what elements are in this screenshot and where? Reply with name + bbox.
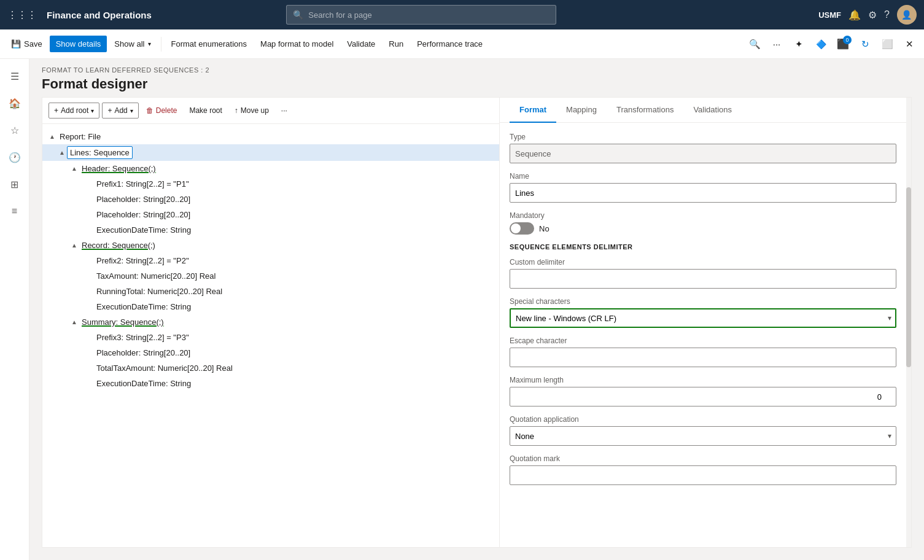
show-details-button[interactable]: Show details	[50, 36, 107, 52]
tree-label-runningtotal: RunningTotal: Numeric[20..20] Real	[94, 286, 225, 297]
save-button[interactable]: 💾 Save	[5, 36, 49, 52]
tree-toggle-lines[interactable]: ▲	[57, 148, 67, 158]
make-root-button[interactable]: Make root	[184, 103, 227, 118]
search-input[interactable]	[308, 10, 549, 20]
custom-delimiter-input[interactable]	[510, 269, 896, 289]
tree-label-summary: Summary: Sequence(;)	[79, 316, 166, 328]
format-enumerations-button[interactable]: Format enumerations	[165, 36, 254, 52]
tree-node-report[interactable]: ▲ Report: File	[42, 129, 499, 144]
tree-label-prefix2: Prefix2: String[2..2] = "P2"	[94, 255, 192, 266]
tree-node-lines[interactable]: ▲ Lines: Sequence	[42, 144, 499, 161]
tree-toggle-report[interactable]: ▲	[47, 132, 57, 142]
settings-cmd-icon[interactable]: ✦	[789, 34, 809, 54]
sidebar-clock-icon[interactable]: 🕐	[2, 145, 27, 169]
performance-trace-button[interactable]: Performance trace	[411, 36, 489, 52]
mandatory-toggle[interactable]	[510, 222, 534, 235]
tree-node-prefix2[interactable]: Prefix2: String[2..2] = "P2"	[42, 253, 499, 268]
chevron-down-icon: ▾	[130, 107, 133, 114]
tree-node-placeholder1[interactable]: Placeholder: String[20..20]	[42, 192, 499, 207]
escape-character-input[interactable]	[510, 348, 896, 367]
tab-transformations[interactable]: Transformations	[607, 98, 683, 123]
refresh-cmd-icon[interactable]: ↻	[855, 34, 875, 54]
custom-delimiter-group: Custom delimiter	[510, 258, 896, 289]
more-tree-button[interactable]: ···	[276, 103, 292, 118]
tree-label-lines: Lines: Sequence	[67, 146, 133, 159]
tree-toggle-record[interactable]: ▲	[69, 241, 79, 251]
quotation-application-group: Quotation application None ▾	[510, 415, 896, 446]
tree-toggle-summary[interactable]: ▲	[69, 317, 79, 327]
tree-toggle-header[interactable]: ▲	[69, 164, 79, 174]
tree-label-totaltax: TotalTaxAmount: Numeric[20..20] Real	[94, 362, 235, 374]
sidebar-star-icon[interactable]: ☆	[2, 118, 27, 142]
avatar[interactable]: 👤	[897, 5, 917, 25]
tree-label-record: Record: Sequence(;)	[79, 239, 158, 251]
tree-node-prefix1[interactable]: Prefix1: String[2..2] = "P1"	[42, 176, 499, 192]
sidebar-grid-icon[interactable]: ⊞	[2, 172, 27, 196]
run-button[interactable]: Run	[382, 36, 410, 52]
main-layout: ☰ 🏠 ☆ 🕐 ⊞ ≡ FORMAT TO LEARN DEFERRED SEQ…	[0, 59, 924, 560]
maximum-length-label: Maximum length	[510, 376, 896, 384]
tree-node-prefix3[interactable]: Prefix3: String[2..2] = "P3"	[42, 330, 499, 345]
tree-node-summary[interactable]: ▲ Summary: Sequence(;)	[42, 314, 499, 330]
delete-icon: 🗑	[146, 106, 153, 115]
delete-button[interactable]: 🗑 Delete	[141, 103, 182, 118]
separator	[161, 37, 161, 52]
tree-node-execution2[interactable]: ExecutionDateTime: String	[42, 299, 499, 314]
tab-validations[interactable]: Validations	[683, 98, 742, 123]
tree-label-header: Header: Sequence(;)	[79, 163, 158, 174]
more-cmd-icon[interactable]: ···	[767, 34, 786, 54]
maximum-length-input[interactable]	[510, 387, 896, 406]
sidebar-menu-icon[interactable]: ☰	[2, 64, 27, 88]
type-input[interactable]	[510, 144, 896, 163]
escape-character-group: Escape character	[510, 336, 896, 367]
tree-node-runningtotal[interactable]: RunningTotal: Numeric[20..20] Real	[42, 284, 499, 299]
tree-node-placeholder2[interactable]: Placeholder: String[20..20]	[42, 207, 499, 222]
tab-mapping[interactable]: Mapping	[556, 98, 607, 123]
quotation-mark-input[interactable]	[510, 465, 896, 485]
close-cmd-icon[interactable]: ✕	[899, 34, 919, 54]
tree-node-header[interactable]: ▲ Header: Sequence(;)	[42, 161, 499, 176]
name-input[interactable]	[510, 183, 896, 203]
notification-badge: 0	[843, 36, 852, 44]
tree-label-placeholder3: Placeholder: String[20..20]	[94, 347, 193, 359]
add-button[interactable]: + Add ▾	[102, 103, 138, 119]
tree-node-execution1[interactable]: ExecutionDateTime: String	[42, 222, 499, 238]
sidebar-list-icon[interactable]: ≡	[2, 199, 27, 224]
show-all-button[interactable]: Show all ▾	[108, 36, 157, 52]
app-grid-icon[interactable]: ⋮⋮⋮	[7, 9, 37, 21]
tree-label-prefix1: Prefix1: String[2..2] = "P1"	[94, 178, 192, 190]
tree-panel: + Add root ▾ + Add ▾ 🗑 Delete Make ro	[42, 98, 500, 547]
map-format-to-model-button[interactable]: Map format to model	[254, 36, 340, 52]
special-characters-wrapper: New line - Windows (CR LF) New line - Un…	[510, 308, 896, 328]
tree-node-placeholder3[interactable]: Placeholder: String[20..20]	[42, 345, 499, 360]
special-characters-select[interactable]: New line - Windows (CR LF) New line - Un…	[510, 308, 896, 328]
settings-icon[interactable]: ⚙	[868, 9, 877, 21]
tree-toolbar: + Add root ▾ + Add ▾ 🗑 Delete Make ro	[42, 98, 499, 124]
validate-button[interactable]: Validate	[341, 36, 381, 52]
breadcrumb: FORMAT TO LEARN DEFERRED SEQUENCES : 2	[42, 66, 912, 74]
search-bar[interactable]: 🔍	[286, 5, 556, 25]
right-scrollbar[interactable]	[906, 98, 911, 547]
move-up-button[interactable]: ↑ Move up	[230, 103, 274, 118]
mandatory-field-group: Mandatory No	[510, 211, 896, 235]
sidebar-home-icon[interactable]: 🏠	[2, 91, 27, 115]
tree-node-taxamount[interactable]: TaxAmount: Numeric[20..20] Real	[42, 268, 499, 284]
tab-format[interactable]: Format	[510, 98, 556, 123]
escape-character-label: Escape character	[510, 336, 896, 345]
plugin-cmd-icon[interactable]: 🔷	[811, 34, 831, 54]
tree-node-execution3[interactable]: ExecutionDateTime: String	[42, 376, 499, 391]
tree-node-totaltax[interactable]: TotalTaxAmount: Numeric[20..20] Real	[42, 360, 499, 376]
quotation-application-select[interactable]: None	[510, 426, 896, 446]
search-cmd-icon[interactable]: 🔍	[745, 34, 764, 54]
mandatory-label: Mandatory	[510, 211, 896, 220]
tree-node-record[interactable]: ▲ Record: Sequence(;)	[42, 238, 499, 253]
tree-label-prefix3: Prefix3: String[2..2] = "P3"	[94, 332, 192, 343]
badge-cmd-icon[interactable]: ⬛ 0	[833, 34, 853, 54]
tree-label-placeholder2: Placeholder: String[20..20]	[94, 209, 193, 220]
add-root-button[interactable]: + Add root ▾	[49, 103, 99, 119]
save-icon: 💾	[11, 39, 21, 49]
chevron-down-icon: ▾	[91, 107, 94, 114]
help-icon[interactable]: ?	[884, 9, 890, 20]
notification-icon[interactable]: 🔔	[848, 9, 861, 21]
open-new-cmd-icon[interactable]: ⬜	[877, 34, 897, 54]
